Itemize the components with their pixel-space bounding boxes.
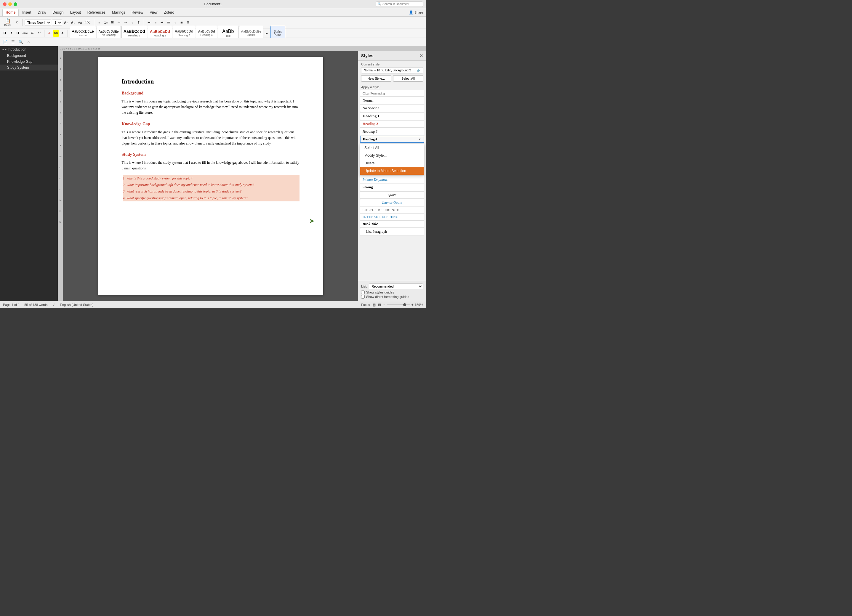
style-item-strong[interactable]: Strong: [360, 184, 424, 191]
content-row: 1 2 3 4 5 6 7 8 9 10 11 12 13 14 15 16: [58, 51, 426, 301]
zoom-thumb[interactable]: [403, 303, 406, 306]
show-direct-checkbox[interactable]: [361, 295, 365, 299]
ctx-delete[interactable]: Delete...: [360, 159, 424, 167]
cut-button[interactable]: ✂: [14, 17, 20, 19]
share-button[interactable]: 👤 Share: [409, 11, 423, 15]
tab-mailings[interactable]: Mailings: [109, 9, 128, 16]
color-group: A ab A: [47, 30, 65, 37]
strikethrough-button[interactable]: abc: [21, 30, 29, 37]
bullets-button[interactable]: ≡: [96, 19, 102, 26]
close-button[interactable]: [3, 2, 6, 6]
increase-indent-button[interactable]: ⇒: [122, 19, 128, 26]
show-guides-checkbox[interactable]: [361, 290, 365, 294]
shading-button[interactable]: ■: [179, 19, 184, 26]
zoom-in-button[interactable]: +: [411, 303, 414, 307]
tab-zotero[interactable]: Zotero: [161, 9, 177, 16]
view-icons[interactable]: ▦: [372, 303, 376, 307]
decrease-font-button[interactable]: A↓: [69, 19, 76, 26]
nav-list-btn[interactable]: ☰: [10, 38, 16, 45]
ctx-modify-style[interactable]: Modify Style...: [360, 152, 424, 159]
nav-page-btn[interactable]: 📄: [2, 38, 9, 45]
search-input[interactable]: [382, 2, 421, 6]
style-item-list-para[interactable]: List Paragraph: [360, 228, 424, 236]
maximize-button[interactable]: [14, 2, 17, 6]
font-color2-button[interactable]: A: [60, 30, 65, 37]
tab-home[interactable]: Home: [2, 9, 19, 16]
tab-design[interactable]: Design: [50, 9, 66, 16]
sidebar-item-study-system[interactable]: Study System: [0, 65, 58, 71]
paste-button[interactable]: 📋 Paste: [2, 17, 14, 28]
word-count: 55 of 188 words: [24, 303, 47, 306]
para-background: This is where I introduce my topic, incl…: [122, 99, 299, 116]
view-icons2[interactable]: ⊞: [378, 303, 381, 307]
gallery-scroll-right[interactable]: ▸: [264, 30, 270, 37]
style-item-intense-ref[interactable]: Intense Reference: [360, 213, 424, 220]
tab-draw[interactable]: Draw: [35, 9, 49, 16]
style-item-heading1[interactable]: Heading 1: [360, 112, 424, 120]
borders-button[interactable]: ⊞: [185, 19, 191, 26]
show-marks-button[interactable]: ¶: [136, 19, 142, 26]
tab-layout[interactable]: Layout: [67, 9, 84, 16]
style-item-heading4[interactable]: Heading 4 ▼: [360, 136, 424, 143]
style-item-normal[interactable]: Normal: [360, 97, 424, 104]
style-item-subtle-ref[interactable]: Subtle Reference: [360, 207, 424, 213]
align-right-button[interactable]: ➡: [159, 19, 165, 26]
change-case-button[interactable]: Aa: [77, 19, 83, 26]
select-all-styles-button[interactable]: Select All: [393, 75, 423, 82]
copy-button[interactable]: ⧉: [14, 19, 20, 26]
numbering-button[interactable]: 1≡: [103, 19, 109, 26]
style-item-intense-emphasis[interactable]: Intense Emphasis: [360, 176, 424, 183]
list-select[interactable]: Recommended: [369, 284, 423, 289]
heading4-dropdown-arrow[interactable]: ▼: [418, 138, 421, 141]
zoom-slider[interactable]: [387, 304, 410, 305]
ctx-update-match[interactable]: Update to Match Selection: [360, 167, 424, 175]
style-item-no-spacing[interactable]: No Spacing: [360, 104, 424, 112]
tab-view[interactable]: View: [147, 9, 160, 16]
font-color-button[interactable]: A: [47, 30, 53, 37]
nav-close-btn[interactable]: ✕: [26, 38, 32, 45]
ctx-select-all[interactable]: Select All: [360, 144, 424, 152]
nav-search-btn[interactable]: 🔍: [17, 38, 24, 45]
new-style-button[interactable]: New Style...: [361, 75, 391, 82]
highlight-button[interactable]: ab: [53, 30, 59, 37]
title-search-box[interactable]: 🔍: [376, 2, 423, 7]
tab-review[interactable]: Review: [128, 9, 146, 16]
decrease-indent-button[interactable]: ⇐: [116, 19, 122, 26]
align-center-button[interactable]: ≡: [153, 19, 159, 26]
superscript-button[interactable]: X²: [36, 30, 42, 37]
format-painter-button[interactable]: 🖌: [14, 26, 20, 29]
justify-button[interactable]: ☰: [166, 19, 172, 26]
align-left-button[interactable]: ⬅: [146, 19, 152, 26]
bold-button[interactable]: B: [2, 30, 8, 36]
underline-button[interactable]: U: [15, 30, 21, 36]
style-item-heading2[interactable]: Heading 2: [360, 120, 424, 128]
tab-insert[interactable]: Insert: [19, 9, 34, 16]
focus-button[interactable]: Focus: [361, 303, 370, 306]
zoom-out-button[interactable]: −: [383, 303, 385, 307]
context-dropdown: Select All Modify Style... Delete... Upd…: [360, 143, 424, 175]
font-size-selector[interactable]: 10 11 12: [52, 20, 62, 26]
multilevel-list-button[interactable]: ⊞: [110, 19, 116, 26]
document-area[interactable]: Introduction Background This is where I …: [63, 51, 358, 301]
tab-references[interactable]: References: [85, 9, 109, 16]
styles-panel-title: Styles: [361, 53, 373, 58]
styles-panel-close-icon[interactable]: ✕: [420, 53, 423, 58]
minimize-button[interactable]: [8, 2, 12, 6]
sidebar-item-background[interactable]: Background: [0, 53, 58, 59]
style-item-heading3[interactable]: Heading 3: [360, 128, 424, 135]
style-item-book-title[interactable]: Book Title: [360, 220, 424, 228]
sort-button[interactable]: ↕: [129, 19, 135, 26]
line-spacing-button[interactable]: ↕: [172, 19, 178, 26]
sidebar-group-introduction[interactable]: ▾ Introduction: [0, 46, 58, 53]
increase-font-button[interactable]: A↑: [63, 19, 69, 26]
clear-format-button[interactable]: ⌫: [83, 19, 92, 26]
char-format-group: B I U abc X₂ X²: [2, 30, 42, 37]
sidebar-item-knowledge-gap[interactable]: Knowledge Gap: [0, 59, 58, 65]
subscript-button[interactable]: X₂: [30, 30, 36, 37]
track-changes-icon[interactable]: ✓: [53, 303, 55, 307]
font-family-selector[interactable]: Times New Ro...: [24, 20, 51, 26]
style-item-clear[interactable]: Clear Formatting: [360, 90, 424, 97]
italic-button[interactable]: I: [8, 30, 14, 36]
style-item-intense-quote[interactable]: Intense Quote: [360, 199, 424, 207]
style-item-quote[interactable]: Quote: [360, 191, 424, 199]
